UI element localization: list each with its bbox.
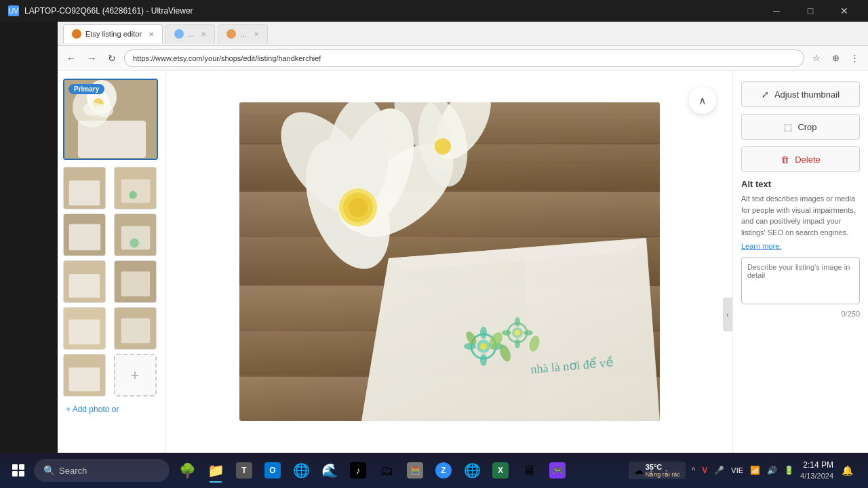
thumbnail-3[interactable] <box>114 167 157 209</box>
svg-rect-24 <box>121 318 150 343</box>
notification-area[interactable]: 🔔 <box>837 464 857 477</box>
taskbar-app-zoom[interactable]: Z <box>430 456 457 485</box>
thumbnail-5[interactable] <box>114 214 157 256</box>
alt-text-input[interactable] <box>741 257 860 304</box>
alt-text-section: Alt text Alt text describes images or me… <box>741 179 860 318</box>
taskbar-app-edge[interactable]: 🌊 <box>316 456 343 485</box>
browser-tab-1[interactable]: Etsy listing editor ✕ <box>63 24 163 43</box>
files-app-icon: 🗂 <box>378 462 395 479</box>
tab-2-label: ... <box>188 30 194 38</box>
thumb-grid-4 <box>63 307 160 350</box>
thumbnail-4[interactable] <box>63 214 106 256</box>
alt-text-title: Alt text <box>741 179 860 189</box>
thumbnail-6[interactable] <box>63 260 106 303</box>
thumb-grid-1 <box>63 167 160 209</box>
nav-icons: ☆ ⊕ ⋮ <box>808 50 863 66</box>
svg-rect-20 <box>121 271 150 296</box>
thumbnail-10[interactable] <box>63 354 106 396</box>
weather-desc: Nắng rải rác <box>646 471 680 478</box>
svg-point-63 <box>480 343 487 350</box>
unknown1-app-icon: 🖥 <box>521 462 537 479</box>
taskbar-app-outlook[interactable]: O <box>259 456 286 485</box>
extension-icon[interactable]: ⊕ <box>827 50 844 66</box>
start-button[interactable] <box>5 458 31 483</box>
svg-rect-10 <box>121 179 150 203</box>
left-sidebar <box>0 0 58 488</box>
taskbar-app-task[interactable]: T <box>231 456 258 485</box>
battery-icon[interactable]: 🔋 <box>782 464 796 476</box>
panel-collapse-button[interactable]: ‹ <box>723 298 732 331</box>
tiktok-app-icon: ♪ <box>350 462 366 479</box>
taskbar-app-trees[interactable]: 🌳 <box>174 456 201 485</box>
back-button[interactable]: ← <box>63 50 79 66</box>
svg-rect-33 <box>239 236 660 237</box>
bookmark-icon[interactable]: ☆ <box>808 50 825 66</box>
tab-3-close[interactable]: ✕ <box>254 30 259 38</box>
trees-app-icon: 🌳 <box>179 462 195 479</box>
windows-logo-icon <box>12 464 24 476</box>
taskbar-app-unknown1[interactable]: 🖥 <box>515 456 542 485</box>
ultraviewer-icon: UV <box>8 5 19 16</box>
ime-label[interactable]: VIE <box>729 465 745 476</box>
delete-icon: 🗑 <box>781 155 789 165</box>
tab-2-icon <box>174 29 184 39</box>
clock-time: 2:14 PM <box>803 460 833 471</box>
clock[interactable]: 2:14 PM 4/13/2024 <box>800 460 833 481</box>
taskbar-app-calc[interactable]: 🧮 <box>401 456 429 485</box>
svg-point-57 <box>435 138 451 155</box>
taskbar-app-chrome[interactable]: 🌐 <box>288 456 315 485</box>
explorer-app-icon: 📁 <box>208 462 224 479</box>
chevron-up-tray-icon[interactable]: ^ <box>690 464 698 476</box>
tab-2-close[interactable]: ✕ <box>201 30 206 38</box>
crop-label: Crop <box>797 122 816 132</box>
purple-app-icon: 🎮 <box>549 462 566 479</box>
learn-more-link[interactable]: Learn more. <box>741 242 860 250</box>
scroll-up-button[interactable]: ∧ <box>689 87 716 114</box>
maximize-button[interactable]: □ <box>795 0 826 22</box>
svg-point-73 <box>502 330 511 336</box>
close-button[interactable]: ✕ <box>829 0 860 22</box>
taskbar-right: ☁ 35°C Nắng rải rác ^ V 🎤 VIE 📶 🔊 🔋 2:14… <box>629 460 863 481</box>
add-photo-button[interactable]: + Add photo or <box>63 401 160 418</box>
taskbar-search-label: Search <box>59 466 87 476</box>
svg-rect-22 <box>69 319 100 344</box>
tab-1-close[interactable]: ✕ <box>149 30 154 38</box>
thumbnail-9[interactable] <box>114 307 157 350</box>
thumbnail-2[interactable] <box>63 167 106 209</box>
taskbar-app-purple[interactable]: 🎮 <box>544 456 571 485</box>
red-v-icon[interactable]: V <box>700 464 709 476</box>
excel-app-icon: X <box>492 462 509 479</box>
mic-icon[interactable]: 🎤 <box>712 464 726 476</box>
svg-rect-8 <box>69 180 100 205</box>
taskbar-app-excel[interactable]: X <box>487 456 514 485</box>
speaker-icon[interactable]: 🔊 <box>765 464 779 476</box>
svg-point-64 <box>480 327 487 339</box>
crop-button[interactable]: ⬚ Crop <box>741 114 860 140</box>
url-bar[interactable]: https://www.etsy.com/your/shops/edit/lis… <box>124 49 804 67</box>
taskbar-app-tiktok[interactable]: ♪ <box>344 456 372 485</box>
chevron-up-icon: ∧ <box>698 94 707 107</box>
browser-tab-3[interactable]: ... ✕ <box>218 24 267 43</box>
wifi-icon[interactable]: 📶 <box>748 464 762 476</box>
weather-widget[interactable]: ☁ 35°C Nắng rải rác <box>629 462 686 479</box>
add-thumbnail-empty[interactable]: + <box>114 354 157 396</box>
forward-button[interactable]: → <box>83 50 100 66</box>
svg-rect-18 <box>69 274 100 298</box>
menu-icon[interactable]: ⋮ <box>846 50 863 66</box>
main-image-container: nhà là nơi để về <box>239 102 660 421</box>
thumbnail-8[interactable] <box>63 307 106 350</box>
taskbar-app-files[interactable]: 🗂 <box>373 456 400 485</box>
browser-tab-2[interactable]: ... ✕ <box>165 24 215 43</box>
refresh-button[interactable]: ↻ <box>104 50 120 66</box>
thumbnail-7[interactable] <box>114 260 157 303</box>
delete-button[interactable]: 🗑 Delete <box>741 146 860 172</box>
thumb-grid-5: + <box>63 354 160 396</box>
taskbar-app-explorer[interactable]: 📁 <box>202 456 229 485</box>
svg-point-65 <box>480 354 487 366</box>
taskbar-search-bar[interactable]: 🔍 Search <box>34 459 170 482</box>
primary-thumbnail[interactable]: Primary <box>63 79 158 160</box>
taskbar-app-chrome2[interactable]: 🌐 <box>458 456 486 485</box>
adjust-thumbnail-button[interactable]: ⤢ Adjust thumbnail <box>741 81 860 107</box>
minimize-button[interactable]: ─ <box>761 0 792 22</box>
alt-text-description: Alt text describes images or media for p… <box>741 193 860 238</box>
